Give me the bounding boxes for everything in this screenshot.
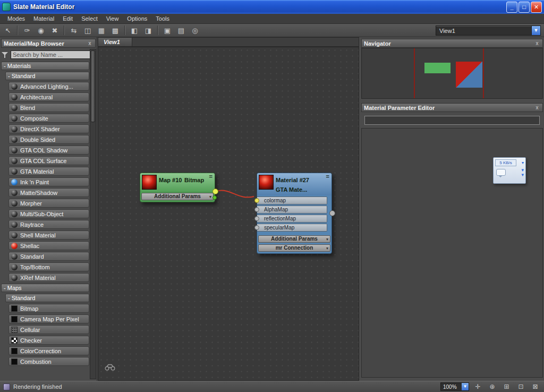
slot-colormap[interactable]: colormap [257, 197, 327, 204]
parameter-name-field[interactable] [364, 116, 540, 125]
material-item[interactable]: Morpher [8, 199, 89, 208]
chevron-down-icon[interactable]: ▼ [531, 26, 540, 35]
input-socket[interactable] [254, 225, 259, 230]
material-item[interactable]: GTA Material [8, 167, 89, 176]
node-map10-header[interactable]: Map #10 Bitmap = [140, 173, 215, 191]
pan-to-selected-binoculars-icon[interactable] [105, 363, 115, 373]
node-connection-wire[interactable] [218, 191, 254, 198]
download-speed-label[interactable]: 5 KB/s [495, 159, 516, 166]
map-item[interactable]: Bitmap [8, 304, 89, 313]
show-grid-icon[interactable]: ▦ [95, 25, 108, 36]
material-item[interactable]: Double Sided [8, 135, 89, 144]
output-socket[interactable] [329, 210, 335, 216]
zoom-level-dropdown[interactable]: 100% ▼ [440, 382, 469, 391]
material-item[interactable]: Shellac [8, 241, 89, 250]
material-item[interactable]: Matte/Shadow [8, 188, 89, 197]
material-preview-icon[interactable]: ◎ [189, 25, 201, 36]
menu-material[interactable]: Material [29, 14, 58, 23]
node-material27[interactable]: Material #27 GTA Mate... = colormap Alph… [257, 173, 332, 254]
material-item[interactable]: Standard [8, 252, 89, 261]
show-background-icon[interactable]: ▩ [109, 25, 122, 36]
map-item[interactable]: Combustion [8, 357, 89, 366]
close-button[interactable]: ✕ [531, 2, 542, 13]
minimap-map-node-thumb[interactable] [424, 63, 450, 73]
view-selector-dropdown[interactable]: View1 ▼ [436, 25, 541, 36]
chevron-down-icon[interactable]: ▾ [522, 159, 524, 166]
zoom-extents-icon[interactable]: ⊡ [515, 382, 526, 391]
slot-reflectionmap[interactable]: reflectionMap [257, 215, 327, 223]
menu-select[interactable]: Select [77, 14, 102, 23]
layout-all-icon[interactable]: ◧ [128, 25, 141, 36]
map-item[interactable]: Camera Map Per Pixel [8, 314, 89, 323]
menu-edit[interactable]: Edit [58, 14, 77, 23]
material-item[interactable]: Multi/Sub-Object [8, 209, 89, 218]
menu-tools[interactable]: Tools [151, 14, 174, 23]
node-map10[interactable]: Map #10 Bitmap = Additional Params ▾ [140, 173, 215, 202]
material-item[interactable]: Architectural [8, 92, 89, 101]
navigator-header[interactable]: Navigator x [361, 39, 543, 48]
material-item[interactable]: GTA COL Shadow [8, 146, 89, 155]
map-item[interactable]: Checker [8, 336, 89, 345]
comment-bubble-icon[interactable] [496, 169, 506, 176]
group-maps-standard[interactable]: - Standard [5, 294, 89, 302]
browser-panel-header[interactable]: Material/Map Browser x [1, 39, 96, 48]
select-pan-icon[interactable]: ▣ [161, 25, 174, 36]
param-editor-header[interactable]: Material Parameter Editor x [361, 103, 543, 112]
chevron-down-icon[interactable]: ▼ [462, 383, 469, 390]
select-tool-icon[interactable]: ↖ [2, 25, 14, 36]
input-socket[interactable] [254, 198, 259, 203]
maximize-button[interactable]: □ [518, 2, 530, 13]
menu-options[interactable]: Options [123, 14, 151, 23]
group-materials-standard[interactable]: - Standard [5, 72, 89, 80]
output-socket-secondary[interactable] [212, 195, 217, 200]
close-icon[interactable]: x [87, 40, 93, 46]
tab-view1[interactable]: View1 [98, 38, 132, 46]
material-item[interactable]: Shell Material [8, 231, 89, 240]
output-socket[interactable] [212, 189, 218, 194]
assign-material-icon[interactable]: ◉ [35, 25, 47, 36]
map-item[interactable]: Cellular [8, 325, 89, 334]
search-input[interactable] [11, 50, 90, 59]
titlebar[interactable]: Slate Material Editor _ □ ✕ [0, 0, 544, 14]
material-item[interactable]: Top/Bottom [8, 262, 89, 271]
material-item[interactable]: XRef Material [8, 273, 89, 282]
browser-scrollbar[interactable] [90, 49, 96, 379]
slot-specularmap[interactable]: specularMap [257, 224, 327, 232]
scrollbar-thumb[interactable] [91, 50, 95, 122]
section-mr-connection[interactable]: mr Connection ▾ [258, 244, 330, 252]
move-children-icon[interactable]: ⇆ [67, 25, 80, 36]
close-icon[interactable]: x [534, 40, 540, 46]
navigator-minimap[interactable] [361, 48, 543, 99]
download-speed-overlay[interactable]: 5 KB/s ▾ ▾ ▾ [493, 157, 526, 184]
filter-funnel-icon[interactable] [2, 52, 8, 58]
node-material27-header[interactable]: Material #27 GTA Mate... = [257, 173, 332, 195]
material-item[interactable]: Raytrace [8, 220, 89, 229]
map-item[interactable]: ColorCorrection [8, 346, 89, 355]
node-graph-canvas[interactable]: Map #10 Bitmap = Additional Params ▾ [98, 47, 359, 381]
zoom-extents-selected-icon[interactable]: ⊠ [530, 382, 541, 391]
layout-children-icon[interactable]: ◨ [142, 25, 155, 36]
section-additional-params[interactable]: Additional Params ▾ [258, 235, 330, 243]
collapse-icon[interactable]: = [209, 173, 212, 180]
hide-unused-nodeslots-icon[interactable]: ◫ [81, 25, 94, 36]
menu-modes[interactable]: Modes [3, 14, 29, 23]
group-materials[interactable]: - Materials [1, 62, 89, 70]
input-socket[interactable] [254, 216, 259, 221]
material-item[interactable]: Blend [8, 103, 89, 112]
menu-view[interactable]: View [102, 14, 123, 23]
minimize-button[interactable]: _ [506, 2, 517, 13]
input-socket[interactable] [254, 207, 259, 212]
collapse-icon[interactable]: = [326, 173, 329, 180]
material-item[interactable]: Composite [8, 114, 89, 123]
zoom-region-icon[interactable]: ⊞ [501, 382, 512, 391]
minimap-material-node-thumb[interactable] [456, 62, 482, 88]
material-item[interactable]: Advanced Lighting... [8, 82, 89, 91]
material-item[interactable]: Ink 'n Paint [8, 177, 89, 186]
double-chevron-down-icon[interactable]: ▾ ▾ [521, 168, 524, 177]
material-item[interactable]: GTA COL Surface [8, 156, 89, 165]
material-item[interactable]: DirectX Shader [8, 124, 89, 133]
close-icon[interactable]: x [534, 105, 540, 110]
zoom-icon[interactable]: ⊕ [487, 382, 498, 391]
slot-alphamap[interactable]: AlphaMap [257, 206, 327, 214]
delete-selected-icon[interactable]: ✖ [48, 25, 61, 36]
